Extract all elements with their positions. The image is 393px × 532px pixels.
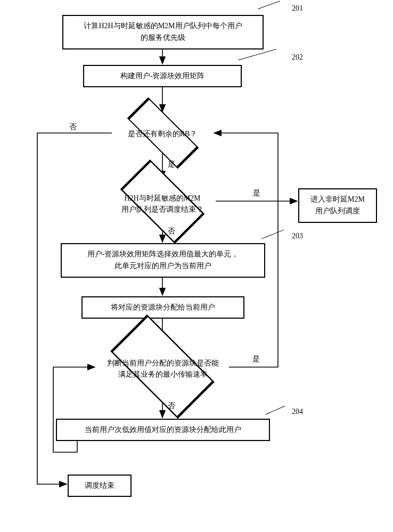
decision-rate-text: 判断当前用户分配的资源块是否能 满足其业务的最小传输速率 — [95, 358, 231, 380]
d2-no: 否 — [168, 227, 175, 236]
ref-204: 204 — [292, 408, 303, 416]
ref-201: 201 — [292, 4, 303, 13]
step-204: 当前用户次低效用值对应的资源块分配给此用户 — [56, 419, 270, 441]
step-202: 构建用户-资源块效用矩阵 — [83, 65, 242, 87]
leader-202 — [239, 49, 279, 69]
step-alloc-text: 将对应的资源块分配给当前用户 — [111, 303, 215, 311]
step-201-text: 计算H2H与时延敏感的M2M用户队列中每个用户 的服务优先级 — [84, 22, 242, 41]
leader-201 — [258, 1, 283, 18]
ref-202: 202 — [292, 53, 303, 62]
step-203: 用户-资源块效用矩阵选择效用值最大的单元， 此单元对应的用户为当前用户 — [61, 243, 265, 278]
step-203-text: 用户-资源块效用矩阵选择效用值最大的单元， 此单元对应的用户为当前用户 — [87, 250, 239, 270]
d2-yes: 是 — [253, 188, 260, 198]
step-nondelay: 进入非时延M2M 用户队列调度 — [298, 188, 377, 223]
ref-203: 203 — [292, 232, 303, 240]
step-201: 计算H2H与时延敏感的M2M用户队列中每个用户 的服务优先级 — [62, 15, 264, 49]
d3-yes: 是 — [252, 354, 260, 364]
d1-no: 否 — [69, 122, 77, 132]
leader-203 — [261, 229, 288, 247]
leader-204 — [265, 406, 289, 423]
step-end: 调度结束 — [68, 475, 132, 497]
step-end-text: 调度结束 — [85, 481, 114, 489]
d3-no: 否 — [168, 401, 175, 411]
step-204-text: 当前用户次低效用值对应的资源块分配给此用户 — [85, 426, 241, 434]
decision-rb-text: 是否还有剩余的RB？ — [114, 128, 210, 139]
step-nondelay-text: 进入非时延M2M 用户队列调度 — [310, 195, 365, 215]
d1-yes: 是 — [168, 160, 175, 169]
decision-queue-done-text: H2H与时延敏感的M2M 用户队列是否调度结束？ — [109, 193, 216, 215]
step-alloc: 将对应的资源块分配给当前用户 — [81, 296, 244, 319]
step-202-text: 构建用户-资源块效用矩阵 — [120, 72, 205, 80]
